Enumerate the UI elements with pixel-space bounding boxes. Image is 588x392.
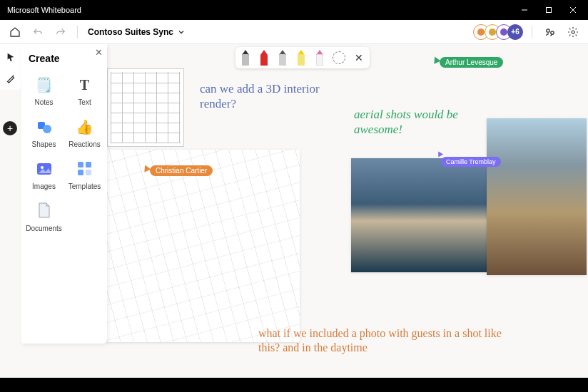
- svg-point-4: [547, 29, 549, 31]
- redo-button[interactable]: [51, 23, 70, 41]
- avatar-overflow-label: +6: [511, 28, 519, 36]
- reactions-icon: 👍: [74, 116, 96, 138]
- window-buttons: [512, 0, 585, 20]
- ink-close-button[interactable]: ✕: [353, 51, 365, 64]
- divider: [532, 26, 532, 38]
- tool-label: Reactions: [69, 140, 100, 148]
- pen-pencil[interactable]: [277, 50, 288, 66]
- templates-icon: [74, 158, 96, 180]
- ink-note-green[interactable]: aerial shots would be awesome!: [354, 107, 497, 138]
- pen-eraser[interactable]: [314, 50, 325, 66]
- avatar-overflow[interactable]: +6: [507, 24, 523, 40]
- ink-mode-button[interactable]: [2, 70, 19, 87]
- command-bar: Contoso Suites Sync +6: [0, 20, 588, 44]
- svg-point-8: [43, 125, 51, 133]
- tool-documents[interactable]: Documents: [24, 196, 64, 237]
- settings-button[interactable]: [564, 23, 582, 41]
- canvas-image-floorplan[interactable]: [107, 68, 184, 147]
- svg-rect-13: [78, 170, 83, 175]
- images-icon: [34, 158, 55, 180]
- tool-notes[interactable]: 🗒️Notes: [24, 70, 64, 110]
- tool-label: Notes: [34, 98, 53, 106]
- maximize-button[interactable]: [537, 0, 561, 20]
- canvas-image-sketch[interactable]: [107, 150, 300, 342]
- svg-rect-14: [86, 170, 91, 175]
- shapes-icon: [34, 116, 55, 138]
- presence-avatars[interactable]: +6: [473, 24, 523, 40]
- create-panel-title: Create: [24, 48, 104, 70]
- cursor-label: Camille Tremblay: [446, 158, 496, 165]
- tool-label: Text: [78, 98, 91, 106]
- documents-icon: [34, 200, 55, 222]
- cursor-label: Christian Cartier: [150, 165, 213, 176]
- svg-rect-11: [78, 162, 83, 167]
- window-bottom-border: [0, 378, 588, 392]
- create-panel: ✕ Create 🗒️Notes TText Shapes 👍Reactions…: [21, 44, 107, 344]
- canvas-image-photo-lobby[interactable]: [487, 118, 587, 275]
- whiteboard-canvas[interactable]: + ✕ Create 🗒️Notes TText Shapes 👍Reactio…: [0, 44, 588, 378]
- svg-rect-12: [86, 162, 91, 167]
- text-icon: T: [74, 74, 96, 96]
- board-name-label: Contoso Suites Sync: [88, 27, 173, 37]
- undo-button[interactable]: [29, 23, 47, 41]
- svg-point-10: [41, 166, 44, 169]
- app-title: Microsoft Whiteboard: [7, 6, 81, 14]
- tool-label: Documents: [26, 225, 62, 232]
- ink-toolbar: ✕: [235, 47, 370, 68]
- ink-note-orange[interactable]: what if we included a photo with guests …: [258, 326, 515, 355]
- ink-note-blue[interactable]: can we add a 3D interior render?: [200, 81, 328, 112]
- tool-label: Templates: [69, 182, 101, 190]
- canvas-image-photo-house[interactable]: [351, 158, 488, 272]
- add-button[interactable]: +: [3, 121, 17, 135]
- tool-shapes[interactable]: Shapes: [24, 112, 64, 153]
- close-panel-button[interactable]: ✕: [95, 47, 103, 58]
- svg-point-6: [572, 31, 574, 33]
- remote-cursor-arthur: Arthur Levesque: [432, 57, 503, 68]
- remote-cursor-camille: Camille Tremblay: [441, 157, 501, 167]
- cursor-label: Arthur Levesque: [440, 57, 503, 68]
- home-button[interactable]: [6, 23, 24, 41]
- tool-reactions[interactable]: 👍Reactions: [65, 112, 104, 153]
- share-button[interactable]: [541, 23, 559, 41]
- select-mode-button[interactable]: [2, 48, 19, 66]
- tool-label: Shapes: [32, 140, 56, 148]
- pen-red[interactable]: [258, 50, 270, 66]
- divider: [77, 26, 78, 38]
- tool-images[interactable]: Images: [24, 154, 64, 195]
- tool-templates[interactable]: Templates: [65, 154, 104, 195]
- notes-icon: 🗒️: [34, 74, 55, 96]
- board-name-dropdown[interactable]: Contoso Suites Sync: [85, 27, 188, 37]
- lasso-select-button[interactable]: [333, 51, 345, 64]
- close-button[interactable]: [561, 0, 585, 20]
- mode-strip: [0, 44, 21, 90]
- window-titlebar: Microsoft Whiteboard: [0, 0, 588, 20]
- svg-rect-1: [547, 8, 552, 13]
- tool-text[interactable]: TText: [65, 70, 104, 110]
- pen-highlighter-yellow[interactable]: [295, 50, 307, 66]
- tool-label: Images: [32, 182, 56, 190]
- pen-black[interactable]: [240, 50, 251, 66]
- chevron-down-icon: [178, 29, 185, 36]
- remote-cursor-christian: Christian Cartier: [143, 165, 213, 176]
- svg-point-5: [551, 31, 554, 33]
- minimize-button[interactable]: [512, 0, 537, 20]
